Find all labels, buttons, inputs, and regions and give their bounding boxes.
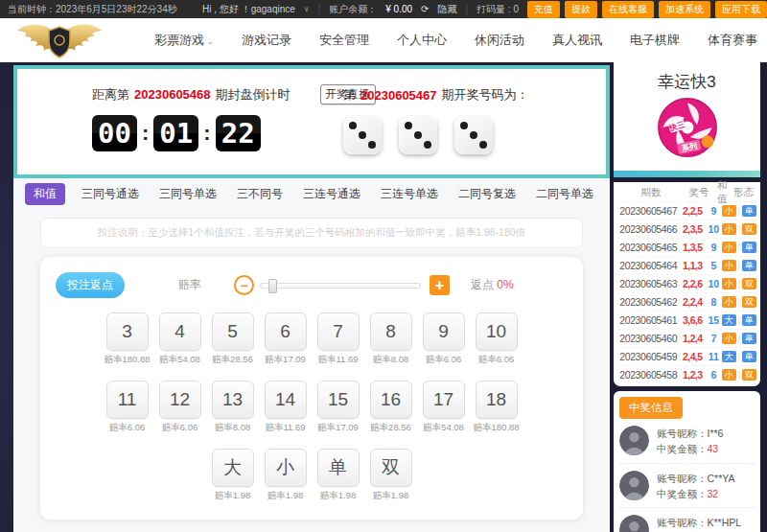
bet-button-5[interactable]: 5 bbox=[212, 312, 254, 351]
bet-rebate-button[interactable]: 投注返点 bbox=[56, 272, 125, 298]
table-row: 202306054601,2,47小|单 bbox=[617, 329, 756, 347]
bet-cell-小: 小赔率1.98 bbox=[262, 449, 310, 502]
size-badge: 小 bbox=[722, 333, 736, 345]
nav-item-3[interactable]: 个人中心 bbox=[397, 32, 447, 49]
odds-text: 赔率1.98 bbox=[314, 490, 362, 502]
countdown-minutes: 01 bbox=[153, 115, 198, 151]
bet-button-9[interactable]: 9 bbox=[423, 312, 465, 351]
history-header-3: 形态 bbox=[731, 186, 756, 199]
bet-cell-11: 11赔率6.06 bbox=[104, 381, 151, 434]
bet-button-7[interactable]: 7 bbox=[317, 312, 360, 351]
bet-button-8[interactable]: 8 bbox=[370, 312, 412, 351]
bet-button-18[interactable]: 18 bbox=[476, 381, 518, 419]
tab-1[interactable]: 三同号通选 bbox=[78, 183, 143, 205]
tab-3[interactable]: 三不同号 bbox=[233, 183, 287, 205]
odds-slider[interactable] bbox=[260, 283, 421, 289]
user-greeting[interactable]: Hi , 您好 ！gagaqince bbox=[202, 3, 295, 16]
history-form: 小|单 bbox=[722, 333, 756, 345]
nav-item-1[interactable]: 游戏记录 bbox=[242, 32, 291, 49]
history-form: 小|双 bbox=[722, 369, 756, 382]
topbar-button-2[interactable]: 在线客服 bbox=[602, 1, 654, 18]
bet-button-4[interactable]: 4 bbox=[159, 312, 201, 351]
odds-text: 赔率180.88 bbox=[104, 354, 151, 366]
tab-7[interactable]: 二同号单选 bbox=[532, 183, 597, 205]
topbar-button-3[interactable]: 加速系统 bbox=[659, 1, 710, 18]
bet-card: 投注返点 赔率 − + 返点 0% 3赔率180.884赔率54.085赔率28… bbox=[40, 257, 583, 520]
size-badge: 小 bbox=[722, 242, 736, 254]
tab-4[interactable]: 三连号通选 bbox=[299, 183, 364, 205]
bet-button-15[interactable]: 15 bbox=[317, 381, 360, 419]
closing-period: 20230605468 bbox=[134, 87, 211, 102]
result-period: 20230605467 bbox=[360, 88, 437, 103]
history-form: 小|双 bbox=[722, 278, 756, 290]
nav-item-5[interactable]: 真人视讯 bbox=[552, 32, 602, 49]
table-row: 202306054622,2,48小|双 bbox=[617, 292, 756, 311]
odds-text: 赔率6.06 bbox=[420, 354, 468, 366]
size-badge: 小 bbox=[722, 223, 736, 236]
topbar-button-4[interactable]: 应用下载 bbox=[715, 1, 767, 18]
history-period: 20230605459 bbox=[617, 351, 679, 362]
avatar bbox=[619, 471, 649, 500]
amount-label: 中奖金额： bbox=[657, 488, 708, 499]
winners-info-button[interactable]: 中奖信息 bbox=[619, 397, 683, 419]
odds-text: 赔率28.56 bbox=[367, 422, 415, 434]
bet-cell-9: 9赔率6.06 bbox=[420, 312, 468, 366]
odds-text: 赔率1.98 bbox=[367, 490, 415, 502]
tab-2[interactable]: 三同号单选 bbox=[155, 183, 221, 205]
bet-cell-8: 8赔率8.08 bbox=[367, 312, 415, 366]
history-sum: 9 bbox=[706, 242, 722, 253]
countdown-colon: : bbox=[203, 121, 210, 146]
bet-cell-5: 5赔率28.56 bbox=[209, 312, 257, 366]
bet-button-17[interactable]: 17 bbox=[423, 381, 465, 419]
bet-button-11[interactable]: 11 bbox=[106, 381, 149, 419]
odds-text: 赔率6.06 bbox=[104, 422, 151, 434]
parity-badge: 单 bbox=[742, 205, 756, 218]
plus-icon[interactable]: + bbox=[430, 275, 450, 295]
topbar-button-0[interactable]: 充值 bbox=[527, 1, 560, 18]
bet-button-双[interactable]: 双 bbox=[370, 449, 412, 487]
nav-item-7[interactable]: 体育赛事 bbox=[708, 32, 757, 49]
history-sum: 10 bbox=[706, 223, 722, 235]
balance-label: 账户余额： bbox=[329, 3, 377, 16]
bet-button-单[interactable]: 单 bbox=[317, 449, 360, 487]
history-period: 20230605463 bbox=[617, 278, 679, 289]
tab-6[interactable]: 二同号复选 bbox=[454, 183, 520, 205]
chevron-down-icon[interactable]: ∨ bbox=[304, 5, 310, 13]
hide-balance-link[interactable]: 隐藏 bbox=[437, 3, 456, 16]
bet-cell-16: 16赔率28.56 bbox=[367, 381, 415, 434]
bet-button-大[interactable]: 大 bbox=[212, 449, 254, 487]
rebate-row: 投注返点 赔率 − + 返点 0% bbox=[40, 272, 583, 298]
nav-item-6[interactable]: 电子棋牌 bbox=[630, 32, 680, 49]
odds-text: 赔率54.08 bbox=[420, 422, 468, 434]
bet-button-6[interactable]: 6 bbox=[265, 312, 307, 351]
tab-0[interactable]: 和值 bbox=[25, 183, 65, 205]
bet-button-3[interactable]: 3 bbox=[106, 312, 149, 351]
refresh-icon[interactable]: ⟳ bbox=[421, 4, 429, 14]
bet-button-小[interactable]: 小 bbox=[265, 449, 307, 487]
history-sum: 5 bbox=[706, 260, 722, 271]
minus-icon[interactable]: − bbox=[234, 275, 254, 295]
nav-item-4[interactable]: 休闲活动 bbox=[475, 32, 524, 49]
slider-handle[interactable] bbox=[268, 279, 277, 293]
bet-button-10[interactable]: 10 bbox=[476, 312, 518, 351]
nav-item-2[interactable]: 安全管理 bbox=[319, 32, 369, 49]
bet-button-12[interactable]: 12 bbox=[159, 381, 201, 419]
tab-5[interactable]: 三连号单选 bbox=[377, 183, 442, 205]
history-sum: 15 bbox=[706, 314, 722, 326]
countdown-seconds: 22 bbox=[216, 115, 261, 151]
history-numbers: 2,2,4 bbox=[679, 296, 706, 308]
winner-nickname: 账号昵称：C**YA bbox=[657, 471, 734, 486]
left-column: 距离第 20230605468 期封盘倒计时 开奖直播 00 : 01 : 22… bbox=[13, 65, 610, 532]
bet-button-14[interactable]: 14 bbox=[265, 381, 307, 419]
nav-item-0[interactable]: 彩票游戏 ⌄ bbox=[154, 32, 214, 49]
history-form: 大|单 bbox=[722, 351, 756, 363]
bet-button-16[interactable]: 16 bbox=[370, 381, 412, 419]
list-item: 账号昵称：K**HPL中奖金额：542 bbox=[619, 508, 755, 532]
countdown-hours: 00 bbox=[92, 115, 137, 151]
list-item: 账号昵称：C**YA中奖金额：32 bbox=[619, 464, 755, 509]
topbar-button-1[interactable]: 提款 bbox=[565, 1, 597, 18]
history-sum: 9 bbox=[706, 205, 722, 217]
bet-button-13[interactable]: 13 bbox=[212, 381, 254, 419]
parity-badge: 双 bbox=[742, 278, 756, 290]
countdown-section: 距离第 20230605468 期封盘倒计时 开奖直播 00 : 01 : 22 bbox=[17, 69, 314, 174]
